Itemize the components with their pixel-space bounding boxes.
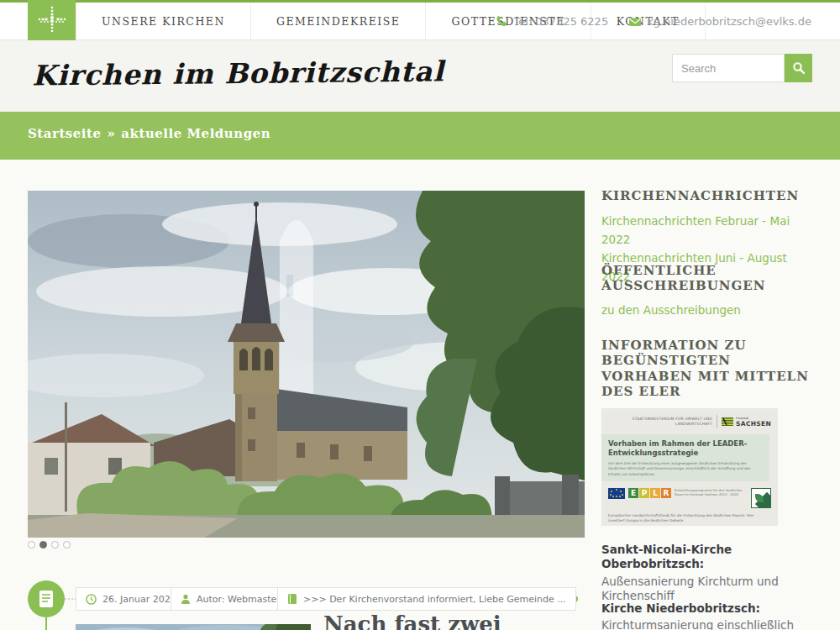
menu-item-gemeindekreise[interactable]: GEMEINDEKREISE bbox=[250, 3, 427, 40]
sachsen-logo: Freistaat SACHSEN bbox=[722, 417, 771, 428]
leader-logo bbox=[751, 488, 771, 508]
contact-info: Tel: 037325 6225 kg.niederbobritzsch@evl… bbox=[480, 3, 811, 40]
breadcrumb-home-link[interactable]: Startseite bbox=[28, 126, 101, 141]
sidebar-heading-eler-information: INFORMATION ZU BEGÜNSTIGTEN VORHABEN MIT… bbox=[601, 338, 811, 399]
article-date-chip: 26. Januar 2022 bbox=[76, 587, 186, 611]
eplr-letter-r: R bbox=[661, 488, 671, 498]
phone-number[interactable]: Tel: 037325 6225 bbox=[513, 15, 608, 28]
next-article-headline[interactable]: Nach fast zwei Jahren ... bbox=[323, 612, 584, 630]
program-text: Entwicklungsprogramm für den ländlichen … bbox=[675, 488, 746, 497]
eu-flag-icon bbox=[608, 488, 625, 499]
breadcrumb-separator: » bbox=[107, 126, 115, 141]
book-icon bbox=[287, 593, 297, 605]
slider-image-church[interactable] bbox=[28, 191, 585, 538]
breadcrumb: Startseite»aktuelle Meldungen bbox=[28, 126, 270, 141]
banner-logos-row: E P L R Entwicklungsprogramm für den län… bbox=[608, 488, 771, 508]
slider-dot-1[interactable] bbox=[28, 541, 35, 549]
search-icon bbox=[792, 61, 806, 75]
menu-item-unsere-kirchen[interactable]: UNSERE KIRCHEN bbox=[76, 3, 251, 40]
search-button[interactable] bbox=[785, 54, 812, 82]
phone-icon bbox=[495, 15, 508, 29]
state-small-label: Freistaat bbox=[736, 417, 748, 420]
eplr-letter-l: L bbox=[650, 488, 660, 498]
eler-funding-banner: STAATSMINISTERIUM FÜR UMWELT UND LANDWIR… bbox=[601, 408, 778, 526]
eplr-letter-e: E bbox=[628, 488, 638, 498]
band-small-text: mit dem Ziel der Entwicklung einer ausge… bbox=[608, 461, 763, 477]
article-author-chip: Autor: Webmaster bbox=[171, 587, 291, 611]
email-address[interactable]: kg.niederbobritzsch@evlks.de bbox=[647, 15, 811, 28]
search-box bbox=[672, 54, 812, 82]
slider-dot-4[interactable] bbox=[63, 541, 71, 549]
funding-text: Europäischer Landwirtschaftsfonds für di… bbox=[608, 513, 771, 524]
document-icon bbox=[39, 590, 54, 608]
user-icon bbox=[181, 594, 191, 605]
project-text: Kirchturmsanierung einschließlich Fenste… bbox=[601, 618, 811, 630]
search-input[interactable] bbox=[672, 54, 785, 82]
sidebar-heading-ausschreibungen: ÖFFENTLICHE AUSSCHREIBUNGEN bbox=[601, 263, 786, 294]
sidebar-heading-kirchennachrichten: KIRCHENNACHRICHTEN bbox=[601, 188, 811, 203]
clock-icon bbox=[86, 594, 97, 605]
article-type-badge bbox=[28, 580, 65, 617]
project-title: Sankt-Nicolai-Kirche Oberbobritzsch: bbox=[601, 543, 811, 572]
article-thumbnail[interactable] bbox=[76, 624, 311, 630]
article-category: >>> Der Kirchenvorstand informiert, Lieb… bbox=[303, 594, 566, 605]
slider-pagination-dots bbox=[28, 541, 71, 549]
site-title[interactable]: Kirchen im Bobritzschtal bbox=[32, 55, 444, 92]
sachsen-crest-icon bbox=[722, 417, 733, 426]
link-zu-den-ausschreibungen[interactable]: zu den Ausschreibungen bbox=[601, 302, 811, 320]
project-text: Außensanierung Kirchturm und Kirchenschi… bbox=[601, 575, 811, 604]
leader-strategy-band: Vorhaben im Rahmen der LEADER-Entwicklun… bbox=[601, 434, 769, 481]
project-title: Kirche Niederbobritzsch: bbox=[601, 601, 811, 616]
slider-dot-2-active[interactable] bbox=[39, 541, 47, 549]
eplr-logo: E P L R bbox=[628, 488, 671, 498]
article-category-chip[interactable]: >>> Der Kirchenvorstand informiert, Lieb… bbox=[277, 587, 576, 611]
project-niederbobritzsch: Kirche Niederbobritzsch: Kirchturmsanier… bbox=[601, 601, 811, 630]
slider-dot-3[interactable] bbox=[51, 541, 59, 549]
article-date: 26. Januar 2022 bbox=[102, 594, 176, 605]
church-photo-illustration bbox=[28, 191, 585, 538]
timeline-stem bbox=[45, 617, 47, 630]
banner-header: STAATSMINISTERIUM FÜR UMWELT UND LANDWIR… bbox=[608, 415, 771, 428]
ministry-text: STAATSMINISTERIUM FÜR UMWELT UND LANDWIR… bbox=[608, 417, 712, 427]
ausschreibungen-links: zu den Ausschreibungen bbox=[601, 302, 811, 320]
mail-icon bbox=[628, 15, 642, 29]
breadcrumb-current: aktuelle Meldungen bbox=[121, 126, 270, 141]
project-oberbobritzsch: Sankt-Nicolai-Kirche Oberbobritzsch: Auß… bbox=[601, 543, 811, 603]
eplr-letter-p: P bbox=[639, 488, 649, 498]
article-author: Autor: Webmaster bbox=[197, 594, 281, 605]
band-title: Vorhaben im Rahmen der LEADER-Entwicklun… bbox=[608, 439, 763, 459]
state-label: SACHSEN bbox=[736, 420, 771, 428]
site-logo[interactable] bbox=[28, 0, 76, 40]
link-kirchennachrichten-feb-mai[interactable]: Kirchennachrichten Februar - Mai 2022 bbox=[601, 213, 811, 249]
banner-divider bbox=[717, 415, 717, 428]
